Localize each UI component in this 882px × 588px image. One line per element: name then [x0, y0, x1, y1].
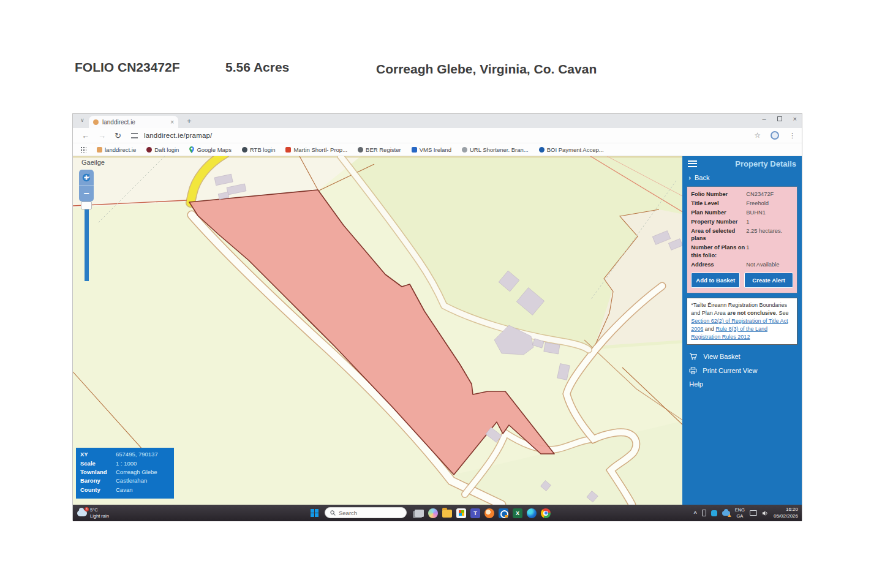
- profile-avatar[interactable]: [771, 131, 779, 140]
- browser-tab[interactable]: landdirect.ie ×: [89, 116, 178, 128]
- info-row-townland: TownlandCorreagh Glebe: [80, 469, 170, 476]
- bookmark-vms-ireland[interactable]: VMS Ireland: [412, 146, 451, 153]
- panel-title: Property Details: [735, 159, 796, 168]
- zoom-slider-thumb[interactable]: [81, 202, 92, 209]
- bookmarks-bar: landdirect.ie Daft login Google Maps RTB…: [73, 143, 802, 156]
- document-heading: FOLIO CN23472F 5.56 Acres Correagh Glebe…: [0, 60, 882, 82]
- window-close-button[interactable]: ×: [793, 115, 797, 123]
- windows-taskbar: 3 5°CLight rain Search T X ^ ENGGA: [73, 505, 802, 521]
- boi-icon: [539, 147, 545, 153]
- tab-close-icon[interactable]: ×: [170, 119, 174, 126]
- outlook-icon[interactable]: [499, 508, 508, 518]
- help-link[interactable]: Help: [682, 377, 802, 391]
- detail-row: Property Number1: [691, 218, 793, 225]
- info-row-county: CountyCavan: [80, 486, 170, 494]
- detail-row: AddressNot Available: [691, 261, 793, 268]
- folio-number-heading: FOLIO CN23472F: [75, 60, 180, 75]
- bookmark-rtb-login[interactable]: RTB login: [242, 146, 276, 153]
- print-current-view-link[interactable]: Print Current View: [682, 363, 802, 377]
- map-pin-icon: [189, 146, 194, 153]
- back-button[interactable]: ←: [81, 131, 89, 140]
- apps-grid-icon[interactable]: [80, 146, 86, 153]
- microsoft-store-icon[interactable]: [456, 508, 466, 518]
- back-chevron-icon: ›: [688, 174, 691, 181]
- bookmark-daft-login[interactable]: Daft login: [146, 146, 179, 153]
- add-to-basket-button[interactable]: Add to Basket: [691, 273, 740, 288]
- tray-overflow-chevron[interactable]: ^: [693, 510, 696, 516]
- map-zoom-control: + −: [79, 170, 94, 281]
- bookmark-boi-payment[interactable]: BOI Payment Accep...: [539, 146, 604, 153]
- create-alert-button[interactable]: Create Alert: [744, 273, 793, 288]
- map-refresh-icon[interactable]: [81, 173, 91, 183]
- display-pen-icon[interactable]: [750, 510, 757, 516]
- property-details-panel: Property Details ›Back Folio NumberCN234…: [682, 156, 802, 505]
- browser-screenshot: ∨ landdirect.ie × + – × ← → ↻ landdirect…: [72, 113, 802, 521]
- info-row-xy: XY657495, 790137: [80, 451, 170, 458]
- edge-icon[interactable]: [527, 508, 537, 518]
- info-row-scale: Scale1 : 1000: [80, 460, 170, 467]
- volume-icon[interactable]: [762, 510, 769, 516]
- bookmark-url-shortener[interactable]: URL Shortener. Bran...: [462, 146, 529, 153]
- bookmark-martin-shortl[interactable]: Martin Shortl- Prop...: [285, 146, 347, 153]
- bookmark-landdirect[interactable]: landdirect.ie: [97, 146, 136, 153]
- detail-row: Number of Plans on this folio:1: [691, 244, 793, 258]
- new-tab-button[interactable]: +: [187, 116, 192, 126]
- back-link[interactable]: ›Back: [682, 171, 802, 183]
- weather-cloud-icon: 3: [77, 510, 87, 516]
- bookmark-star-icon[interactable]: ☆: [754, 131, 761, 140]
- rtb-icon: [242, 147, 247, 153]
- ber-icon: [358, 147, 363, 153]
- copilot-icon[interactable]: [428, 508, 438, 518]
- acreage-heading: 5.56 Acres: [225, 60, 289, 75]
- site-info-icon[interactable]: [131, 133, 138, 138]
- zoom-out-button[interactable]: −: [79, 186, 94, 202]
- excel-icon[interactable]: X: [513, 508, 522, 518]
- start-button[interactable]: [311, 509, 318, 517]
- browser-toolbar: ← → ↻ landdirect.ie/pramap/ ☆ ⋮: [73, 128, 802, 143]
- view-basket-link[interactable]: View Basket: [682, 349, 802, 363]
- detail-row: Folio NumberCN23472F: [691, 190, 793, 198]
- zoom-slider-track[interactable]: [85, 209, 89, 281]
- language-indicator[interactable]: ENGGA: [735, 507, 745, 519]
- printer-icon: [689, 367, 697, 374]
- weather-widget[interactable]: 3 5°CLight rain: [77, 507, 109, 519]
- url-field[interactable]: landdirect.ie/pramap/: [144, 132, 213, 139]
- forward-button[interactable]: →: [98, 131, 106, 140]
- daft-icon: [146, 147, 152, 153]
- tray-app-icon[interactable]: [711, 510, 717, 516]
- detail-row: Area of selected plans2.25 hectares.: [691, 227, 793, 242]
- boundaries-disclaimer: *Tailte Éireann Registration Boundaries …: [687, 298, 797, 345]
- weather-temp: 5°C: [90, 507, 98, 513]
- browser-menu-icon[interactable]: ⋮: [789, 132, 796, 140]
- panel-menu-icon[interactable]: [688, 159, 697, 168]
- phone-link-icon[interactable]: [702, 510, 706, 516]
- tab-search-chevron-icon[interactable]: ∨: [80, 117, 85, 123]
- weather-condition: Light rain: [90, 513, 109, 519]
- language-toggle-gaeilge[interactable]: Gaeilge: [81, 159, 105, 166]
- info-row-barony: BaronyCastlerahan: [80, 477, 170, 484]
- tab-strip: ∨ landdirect.ie × + – ×: [73, 114, 802, 128]
- task-view-icon[interactable]: [415, 510, 424, 517]
- bookmark-google-maps[interactable]: Google Maps: [189, 146, 232, 153]
- chrome-icon[interactable]: [541, 508, 551, 518]
- onedrive-warning-icon: [728, 514, 731, 517]
- window-restore-button[interactable]: [777, 116, 782, 121]
- reload-button[interactable]: ↻: [115, 131, 121, 140]
- teams-icon[interactable]: T: [470, 508, 480, 518]
- basket-icon: [689, 353, 698, 360]
- onedrive-icon[interactable]: [722, 511, 730, 516]
- detail-row: Title LevelFreehold: [691, 200, 793, 207]
- window-minimize-button[interactable]: –: [762, 115, 766, 123]
- firefox-icon[interactable]: [484, 508, 494, 518]
- file-explorer-icon[interactable]: [442, 510, 452, 518]
- martin-shortl-icon: [285, 147, 291, 153]
- bookmark-ber-register[interactable]: BER Register: [358, 146, 401, 153]
- taskbar-clock[interactable]: 16:2005/02/2026: [774, 507, 798, 520]
- address-heading: Correagh Glebe, Virginia, Co. Cavan: [376, 62, 597, 77]
- tab-title: landdirect.ie: [102, 119, 167, 126]
- map-viewport[interactable]: Gaeilge + − XY657495, 790137 Scale1 : 10…: [73, 156, 682, 505]
- landdirect-icon: [97, 147, 102, 153]
- site-favicon-icon: [93, 119, 99, 125]
- folio-details-card: Folio NumberCN23472F Title LevelFreehold…: [687, 186, 797, 293]
- taskbar-search[interactable]: Search: [325, 507, 407, 518]
